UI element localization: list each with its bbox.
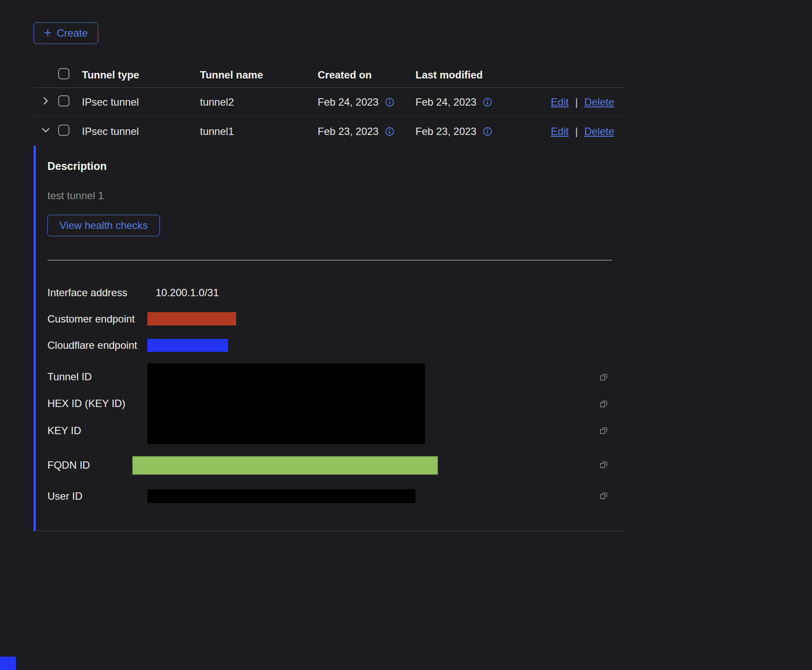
copy-icon[interactable]: [599, 372, 609, 382]
info-icon[interactable]: [483, 127, 492, 136]
collapse-row-button[interactable]: [34, 125, 58, 138]
field-fqdn-id: FQDN ID: [47, 450, 625, 481]
expand-row-button[interactable]: [34, 96, 58, 108]
chevron-down-icon: [41, 125, 50, 138]
table-row: IPsec tunnel tunnel1 Feb 23, 2023 Feb 23…: [34, 117, 625, 146]
description-value: test tunnel 1: [47, 190, 625, 202]
interface-address-value: 10.200.1.0/31: [147, 287, 219, 299]
info-icon[interactable]: [483, 97, 492, 107]
field-cloudflare-endpoint: Cloudflare endpoint: [47, 332, 625, 358]
cell-tunnel-name: tunnel2: [200, 96, 318, 108]
cropped-blue-element-fragment: [0, 657, 16, 670]
edit-link[interactable]: Edit: [551, 125, 568, 138]
field-label: HEX ID (KEY ID): [47, 398, 147, 410]
header-tunnel-name: Tunnel name: [200, 69, 318, 81]
field-customer-endpoint: Customer endpoint: [47, 306, 625, 332]
row-checkbox[interactable]: [58, 95, 69, 106]
info-icon[interactable]: [385, 127, 394, 136]
cell-tunnel-type: IPsec tunnel: [82, 96, 200, 108]
plus-icon: +: [44, 26, 52, 39]
redacted-value-black: [147, 489, 415, 503]
header-last-modified: Last modified: [415, 69, 519, 81]
copy-cell: [599, 460, 625, 471]
field-label: Customer endpoint: [47, 313, 147, 325]
copy-icon[interactable]: [599, 491, 609, 501]
row-checkbox-cell: [58, 125, 82, 138]
field-label: KEY ID: [47, 425, 147, 437]
redacted-value-black: [147, 363, 425, 444]
copy-icon[interactable]: [599, 426, 609, 435]
cell-tunnel-type: IPsec tunnel: [82, 125, 200, 138]
actions-separator: |: [575, 96, 578, 108]
table-row: IPsec tunnel tunnel2 Feb 24, 2023 Feb 24…: [34, 88, 625, 117]
copy-icon[interactable]: [599, 460, 609, 470]
field-label: Tunnel ID: [47, 371, 147, 383]
cell-created-on: Feb 23, 2023: [318, 125, 415, 138]
copy-cell: [599, 491, 625, 502]
edit-link[interactable]: Edit: [551, 96, 568, 108]
field-label: Cloudflare endpoint: [47, 339, 147, 351]
tunnels-table: Tunnel type Tunnel name Created on Last …: [34, 62, 625, 146]
redacted-value-red: [147, 312, 236, 326]
header-created-on: Created on: [318, 69, 415, 81]
field-id-group: Tunnel ID HEX ID (KEY ID) KEY ID: [47, 363, 625, 444]
cell-tunnel-name: tunnel1: [200, 125, 318, 138]
field-interface-address: Interface address 10.200.1.0/31: [47, 280, 625, 306]
header-tunnel-type: Tunnel type: [82, 69, 200, 81]
create-button[interactable]: + Create: [34, 22, 98, 44]
tunnels-page: + Create Tunnel type Tunnel name Created…: [0, 0, 812, 670]
table-header-row: Tunnel type Tunnel name Created on Last …: [34, 62, 625, 88]
actions-separator: |: [575, 125, 578, 138]
created-on-value: Feb 24, 2023: [318, 96, 378, 108]
tunnel-detail-panel: Description test tunnel 1 View health ch…: [34, 146, 625, 531]
last-modified-value: Feb 23, 2023: [415, 125, 476, 138]
view-health-checks-button[interactable]: View health checks: [47, 215, 160, 236]
last-modified-value: Feb 24, 2023: [415, 96, 476, 108]
info-icon[interactable]: [385, 97, 394, 107]
field-label: Interface address: [47, 287, 147, 299]
created-on-value: Feb 23, 2023: [318, 125, 378, 138]
redacted-value-green: [132, 456, 438, 475]
select-all-cell: [58, 68, 82, 82]
row-checkbox[interactable]: [58, 125, 69, 136]
select-all-checkbox[interactable]: [58, 68, 69, 79]
field-label: User ID: [47, 490, 147, 502]
copy-icon[interactable]: [599, 399, 609, 409]
cell-last-modified: Feb 23, 2023: [415, 125, 519, 138]
row-checkbox-cell: [58, 95, 82, 109]
delete-link[interactable]: Delete: [584, 96, 614, 108]
create-button-label: Create: [57, 27, 88, 39]
copy-cell: [425, 426, 625, 435]
description-label: Description: [47, 160, 625, 172]
delete-link[interactable]: Delete: [584, 125, 614, 138]
chevron-right-icon: [41, 96, 50, 108]
cell-created-on: Feb 24, 2023: [318, 96, 415, 108]
cell-last-modified: Feb 24, 2023: [415, 96, 519, 108]
detail-fields: Interface address 10.200.1.0/31 Customer…: [47, 260, 625, 512]
redacted-value-blue: [147, 339, 228, 352]
field-user-id: User ID: [47, 481, 625, 512]
row-actions: Edit | Delete: [519, 125, 625, 138]
copy-cell: [425, 399, 625, 409]
copy-cell: [425, 372, 625, 382]
row-actions: Edit | Delete: [519, 96, 625, 108]
